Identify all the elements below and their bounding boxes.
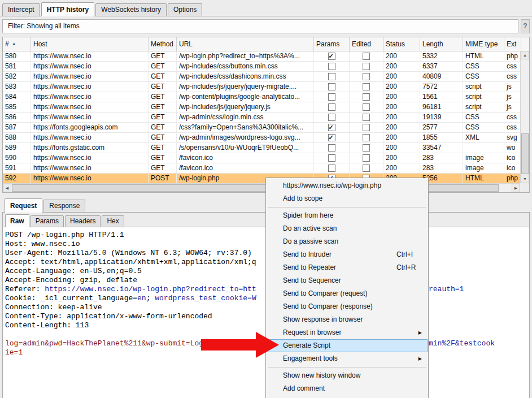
cell-url: /favicon.ico <box>177 153 314 163</box>
cell-length: 1855 <box>420 133 463 143</box>
cell-length: 283 <box>420 163 463 174</box>
table-row-583[interactable]: 583https://www.nsec.ioGET/wp-includes/js… <box>3 82 529 92</box>
column-header-params[interactable]: Params <box>314 37 350 51</box>
params-checkbox <box>328 63 335 70</box>
menu-item-do-a-passive-scan[interactable]: Do a passive scan <box>267 235 428 248</box>
msgtab-response[interactable]: Response <box>43 200 85 213</box>
cell-number: 586 <box>3 113 31 123</box>
table-row-588[interactable]: 588https://www.nsec.ioGET/wp-admin/image… <box>3 133 529 143</box>
cell-edited <box>350 123 383 133</box>
column-header-host[interactable]: Host <box>31 37 149 51</box>
edited-checkbox <box>363 53 370 60</box>
table-row-590[interactable]: 590https://www.nsec.ioGET/favicon.ico200… <box>3 153 529 163</box>
cell-edited <box>350 113 383 123</box>
menu-item-show-new-history-window[interactable]: Show new history window <box>267 369 428 382</box>
menu-item-show-response-in-browser[interactable]: Show response in browser <box>267 313 428 326</box>
menu-item-send-to-comparer-response[interactable]: Send to Comparer (response) <box>267 300 428 313</box>
menu-item-https-www-nsec-io-wp-login-php: https://www.nsec.io/wp-login.php <box>267 179 428 192</box>
column-header-ext[interactable]: Ext <box>504 37 521 51</box>
tab-intercept[interactable]: Intercept <box>2 3 40 16</box>
table-row-580[interactable]: 580https://www.nsec.ioGET/wp-login.php?r… <box>3 51 529 62</box>
cell-host: https://www.nsec.io <box>31 113 149 123</box>
column-header-mime-type[interactable]: MIME type <box>463 37 504 51</box>
table-row-586[interactable]: 586https://www.nsec.ioGET/wp-admin/css/l… <box>3 113 529 123</box>
cell-extension: js <box>504 92 521 102</box>
params-checkbox <box>328 53 335 60</box>
tab-websockets-history[interactable]: WebSockets history <box>95 3 167 16</box>
edtab-raw[interactable]: Raw <box>5 214 29 227</box>
table-horizontal-scrollbar[interactable]: ◀ ▶ <box>3 183 520 192</box>
sort-ascending-icon: ▲ <box>12 41 16 46</box>
msgtab-request[interactable]: Request <box>5 198 42 213</box>
column-header-method[interactable]: Method <box>149 37 177 51</box>
filter-bar[interactable]: Filter: Showing all items <box>2 19 518 33</box>
table-row-581[interactable]: 581https://www.nsec.ioGET/wp-includes/cs… <box>3 62 529 72</box>
cell-host: https://www.nsec.io <box>31 72 149 82</box>
scroll-up-icon[interactable]: ▲ <box>521 51 529 59</box>
menu-item-engagement-tools[interactable]: Engagement tools▶ <box>267 352 428 365</box>
cell-host: https://fonts.gstatic.com <box>31 143 149 153</box>
cell-method: GET <box>149 153 177 163</box>
cell-url: /wp-login.php?redirect_to=https%3A%... <box>177 51 314 62</box>
cell-status: 200 <box>383 163 420 174</box>
cell-method: GET <box>149 113 177 123</box>
cell-method: POST <box>149 174 177 184</box>
menu-item-send-to-repeater[interactable]: Send to RepeaterCtrl+R <box>267 261 428 274</box>
column-header-url[interactable]: URL <box>177 37 314 51</box>
scroll-right-icon[interactable]: ▶ <box>512 184 520 192</box>
menu-item-do-an-active-scan[interactable]: Do an active scan <box>267 222 428 235</box>
menu-item-generate-script[interactable]: Generate Script <box>267 339 428 352</box>
cell-mime-type: image <box>463 153 504 163</box>
help-button[interactable]: ? <box>521 19 530 33</box>
cell-params <box>314 82 350 92</box>
cell-status: 200 <box>383 153 420 163</box>
menu-item-send-to-comparer-request[interactable]: Send to Comparer (request) <box>267 287 428 300</box>
column-header-length[interactable]: Length <box>420 37 463 51</box>
menu-item-send-to-intruder[interactable]: Send to IntruderCtrl+I <box>267 248 428 261</box>
cell-extension: php <box>504 51 521 62</box>
cell-status: 200 <box>383 92 420 102</box>
cell-method: GET <box>149 102 177 113</box>
table-row-584[interactable]: 584https://www.nsec.ioGET/wp-content/plu… <box>3 92 529 102</box>
table-vertical-scrollbar[interactable]: ▲ ▼ <box>520 51 529 183</box>
scroll-left-icon[interactable]: ◀ <box>3 184 11 192</box>
edtab-hex[interactable]: Hex <box>102 215 124 227</box>
menu-item-request-in-browser[interactable]: Request in browser▶ <box>267 326 428 339</box>
menu-item-add-comment[interactable]: Add comment <box>267 382 428 395</box>
table-row-587[interactable]: 587https://fonts.googleapis.comGET/css?f… <box>3 123 529 133</box>
cell-mime-type: CSS <box>463 62 504 72</box>
cell-status: 200 <box>383 102 420 113</box>
cell-status: 200 <box>383 143 420 153</box>
cell-number: 583 <box>3 82 31 92</box>
table-row-591[interactable]: 591https://www.nsec.ioGET/favicon.ico200… <box>3 163 529 174</box>
cell-url: /wp-admin/images/wordpress-logo.svg... <box>177 133 314 143</box>
tab-http-history[interactable]: HTTP history <box>41 2 94 16</box>
cell-mime-type: HTML <box>463 51 504 62</box>
context-menu: https://www.nsec.io/wp-login.phpAdd to s… <box>265 178 429 398</box>
edtab-params[interactable]: Params <box>30 215 64 227</box>
cell-method: GET <box>149 133 177 143</box>
table-row-585[interactable]: 585https://www.nsec.ioGET/wp-includes/js… <box>3 102 529 113</box>
cell-params <box>314 123 350 133</box>
params-checkbox <box>328 83 335 90</box>
edtab-headers[interactable]: Headers <box>65 215 101 227</box>
menu-item-send-to-sequencer[interactable]: Send to Sequencer <box>267 274 428 287</box>
column-header-status[interactable]: Status <box>383 37 420 51</box>
cell-number: 590 <box>3 153 31 163</box>
edited-checkbox <box>363 93 370 101</box>
vertical-scroll-thumb[interactable] <box>521 133 529 174</box>
cell-extension: css <box>504 123 521 133</box>
cell-mime-type: CSS <box>463 113 504 123</box>
cell-extension: css <box>504 113 521 123</box>
cell-edited <box>350 62 383 72</box>
table-row-582[interactable]: 582https://www.nsec.ioGET/wp-includes/cs… <box>3 72 529 82</box>
params-checkbox <box>328 114 335 121</box>
menu-item-spider-from-here[interactable]: Spider from here <box>267 209 428 222</box>
column-header-edited[interactable]: Edited <box>350 37 383 51</box>
scroll-down-icon[interactable]: ▼ <box>521 175 529 183</box>
cell-length: 1561 <box>420 92 463 102</box>
column-header-item[interactable]: #▲ <box>3 37 31 51</box>
menu-item-add-to-scope[interactable]: Add to scope <box>267 192 428 205</box>
table-row-589[interactable]: 589https://fonts.gstatic.comGET/s/opensa… <box>3 143 529 153</box>
tab-options[interactable]: Options <box>168 3 202 16</box>
